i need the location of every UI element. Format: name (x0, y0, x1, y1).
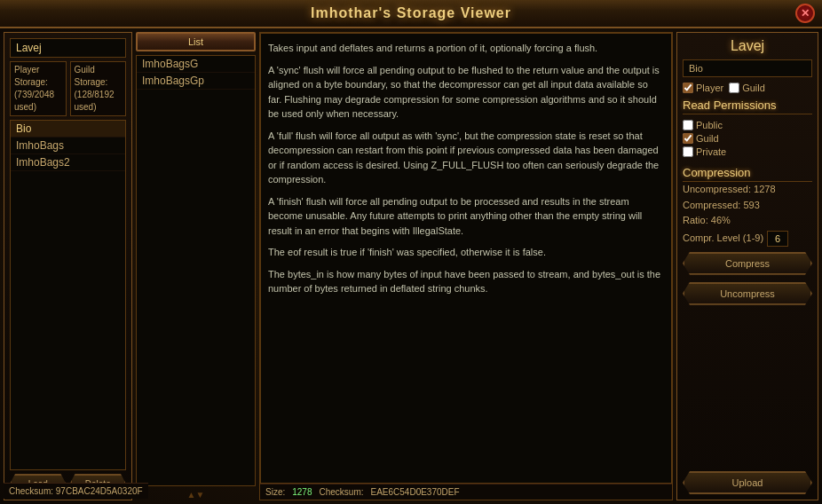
list-item[interactable]: ImhoBags2 (11, 154, 125, 171)
list-item[interactable]: Bio (11, 121, 125, 138)
guild-storage-used: (128/8192 used) (75, 89, 123, 114)
footer-checksum-label: Checksum: (319, 487, 363, 497)
scroll-arrows: ▲▼ (136, 490, 256, 500)
uncompressed-label: Uncompressed: (683, 184, 751, 194)
public-permission-label[interactable]: Public (683, 120, 812, 130)
guild-file-list[interactable]: ImhoBagsG ImhoBagsGp (136, 55, 256, 486)
compress-button[interactable]: Compress (683, 252, 812, 275)
player-checkbox[interactable] (683, 83, 693, 93)
owner-row: Player Guild (683, 83, 812, 93)
list-button[interactable]: List (136, 32, 256, 51)
guild-label: Guild (742, 83, 765, 93)
left-panel: Player Storage: (739/2048 used) Guild St… (4, 32, 132, 500)
read-permissions-title: Read Permissions (683, 98, 812, 114)
storage-info: Player Storage: (739/2048 used) Guild St… (10, 61, 126, 116)
footer-checksum-value: EAE6C54D0E370DEF (371, 487, 460, 497)
text-paragraph-5: The eof result is true if 'finish' was s… (268, 245, 664, 260)
player-storage-used: (739/2048 used) (14, 89, 62, 114)
text-paragraph-1: Takes input and deflates and returns a p… (268, 41, 664, 56)
right-panel-title: Lavej (683, 38, 812, 54)
player-checkbox-label[interactable]: Player (683, 83, 723, 93)
guild-storage-label: Guild Storage: (75, 64, 123, 89)
permissions-list: Public Guild Private (683, 120, 812, 157)
ratio-label: Ratio: (683, 215, 708, 225)
comp-level-label: Compr. Level (1-9) (683, 231, 763, 247)
text-paragraph-2: A 'sync' flush will force all pending ou… (268, 63, 664, 122)
window-title: Imhothar's Storage Viewer (0, 5, 822, 21)
compression-data: Uncompressed: 1278 Compressed: 593 Ratio… (683, 182, 812, 247)
title-bar: Imhothar's Storage Viewer ✕ (0, 0, 822, 28)
list-item[interactable]: ImhoBagsGp (137, 73, 255, 90)
compressed-row: Compressed: 593 (683, 198, 812, 214)
player-storage-label: Player Storage: (14, 64, 62, 89)
comp-level-row: Compr. Level (1-9) (683, 231, 812, 247)
guild-checkbox-label[interactable]: Guild (729, 83, 765, 93)
main-content: Player Storage: (739/2048 used) Guild St… (0, 28, 822, 504)
compression-title: Compression (683, 166, 812, 182)
compressed-value: 593 (743, 200, 759, 210)
ratio-row: Ratio: 46% (683, 213, 812, 229)
player-storage-info: Player Storage: (739/2048 used) (10, 61, 67, 116)
private-permission-label[interactable]: Private (683, 146, 812, 157)
text-viewer: Takes input and deflates and returns a p… (260, 33, 672, 484)
storage-name-input[interactable] (683, 59, 812, 77)
public-checkbox[interactable] (683, 120, 693, 130)
text-paragraph-4: A 'finish' flush will force all pending … (268, 194, 664, 239)
guild-permission-checkbox[interactable] (683, 133, 693, 144)
compression-section: Compression Uncompressed: 1278 Compresse… (683, 166, 812, 309)
list-btn-container: List (136, 32, 256, 51)
close-button[interactable]: ✕ (795, 4, 815, 23)
upload-btn-container: Upload (683, 466, 812, 494)
private-checkbox[interactable] (683, 146, 693, 157)
player-label: Player (696, 83, 723, 93)
bottom-checksum: Checksum: 97CBAC24D5A0320F (4, 483, 148, 499)
public-label: Public (696, 120, 723, 130)
private-label: Private (696, 146, 726, 157)
text-footer: Size: 1278 Checksum: EAE6C54D0E370DEF (260, 484, 672, 500)
text-paragraph-3: A 'full' flush will force all output as … (268, 129, 664, 187)
footer-size-value: 1278 (292, 487, 312, 497)
ratio-value: 46% (711, 215, 731, 225)
compressed-label: Compressed: (683, 200, 740, 210)
guild-permission-label[interactable]: Guild (683, 133, 812, 144)
text-panel: Takes input and deflates and returns a p… (259, 32, 673, 500)
guild-permission-label-text: Guild (696, 133, 719, 144)
footer-size-label: Size: (265, 487, 285, 497)
text-paragraph-6: The bytes_in is how many bytes of input … (268, 267, 664, 296)
comp-level-input[interactable] (767, 231, 788, 247)
list-item[interactable]: ImhoBags (11, 138, 125, 154)
player-file-list[interactable]: Bio ImhoBags ImhoBags2 (10, 120, 126, 470)
compress-buttons: Compress Uncompress (683, 252, 812, 309)
list-item[interactable]: ImhoBagsG (137, 56, 255, 73)
guild-checkbox[interactable] (729, 83, 739, 93)
uncompressed-value: 1278 (754, 184, 775, 194)
uncompressed-row: Uncompressed: 1278 (683, 182, 812, 198)
right-panel: Lavej Player Guild Read Permissions Publ… (676, 32, 818, 500)
uncompress-button[interactable]: Uncompress (683, 282, 812, 305)
upload-button[interactable]: Upload (683, 471, 812, 494)
character-name-input[interactable] (10, 38, 126, 58)
guild-storage-info: Guild Storage: (128/8192 used) (70, 61, 127, 116)
middle-panel: List ImhoBagsG ImhoBagsGp ▲▼ (136, 32, 256, 500)
